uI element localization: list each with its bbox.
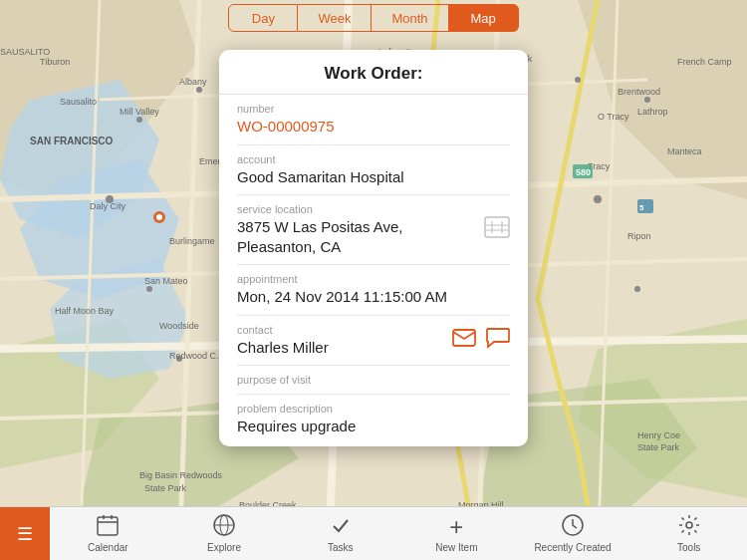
- svg-text:State Park: State Park: [637, 442, 680, 452]
- explore-icon: [213, 514, 235, 539]
- svg-text:580: 580: [576, 167, 591, 177]
- svg-point-22: [594, 195, 602, 203]
- svg-text:Woodside: Woodside: [159, 321, 199, 331]
- contact-action-icons: [452, 327, 510, 354]
- map-link-icon[interactable]: [484, 216, 510, 244]
- svg-text:SAN FRANCISCO: SAN FRANCISCO: [30, 136, 114, 146]
- appointment-value: Mon, 24 Nov 2014 11:15:00 AM: [237, 287, 510, 307]
- message-icon[interactable]: [486, 327, 510, 354]
- top-tab-bar: Day Week Month Map: [0, 0, 747, 34]
- problem-value: Requires upgrade: [237, 417, 510, 436]
- tools-label: Tools: [677, 542, 700, 553]
- calendar-icon: [97, 514, 119, 539]
- svg-text:Burlingame: Burlingame: [169, 236, 215, 246]
- tab-week[interactable]: Week: [298, 4, 372, 32]
- tab-new-item[interactable]: + New Item: [398, 507, 515, 560]
- new-item-label: New Item: [435, 542, 477, 553]
- contact-value: Charles Miller: [237, 338, 452, 358]
- appointment-field: appointment Mon, 24 Nov 2014 11:15:00 AM: [219, 265, 528, 307]
- svg-point-11: [136, 117, 142, 123]
- tab-map[interactable]: Map: [449, 4, 519, 32]
- tools-icon: [678, 514, 700, 539]
- tasks-icon: [330, 514, 352, 539]
- recently-created-label: Recently Created: [534, 542, 611, 553]
- service-location-label: service location: [237, 203, 476, 215]
- account-value: Good Samaritan Hospital: [237, 167, 510, 187]
- svg-point-65: [156, 214, 162, 220]
- svg-text:Sausalito: Sausalito: [60, 97, 97, 107]
- account-label: account: [237, 153, 510, 165]
- problem-label: problem description: [237, 403, 510, 415]
- svg-text:Ripon: Ripon: [627, 231, 651, 241]
- svg-point-23: [634, 286, 640, 292]
- svg-text:State Park: State Park: [144, 483, 187, 493]
- svg-point-20: [146, 286, 152, 292]
- contact-row: contact Charles Miller: [219, 316, 528, 358]
- tab-day[interactable]: Day: [228, 4, 298, 32]
- contact-label: contact: [237, 324, 452, 336]
- svg-text:Tiburon: Tiburon: [40, 57, 70, 67]
- svg-point-76: [686, 522, 692, 528]
- svg-text:O Tracy: O Tracy: [598, 112, 629, 122]
- work-order-modal: Work Order: number WO-00000975 account G…: [219, 50, 528, 446]
- svg-rect-66: [485, 217, 509, 237]
- problem-field: problem description Requires upgrade: [219, 395, 528, 436]
- svg-text:Albany: Albany: [179, 77, 207, 87]
- number-field: number WO-00000975: [219, 95, 528, 137]
- svg-text:Manteca: Manteca: [667, 146, 702, 156]
- recently-created-icon: [562, 514, 584, 539]
- svg-text:Brentwood: Brentwood: [618, 87, 660, 97]
- svg-text:SAUSALITO: SAUSALITO: [0, 47, 50, 57]
- svg-text:San Mateo: San Mateo: [144, 276, 188, 286]
- tab-calendar[interactable]: Calendar: [50, 507, 166, 560]
- svg-text:Redwood C...: Redwood C...: [169, 351, 224, 361]
- tab-month[interactable]: Month: [372, 4, 448, 32]
- svg-text:Lathrop: Lathrop: [637, 107, 668, 117]
- svg-point-17: [575, 77, 581, 83]
- tab-tools[interactable]: Tools: [630, 507, 747, 560]
- svg-text:French Camp: French Camp: [677, 57, 732, 67]
- tab-explore[interactable]: Explore: [166, 507, 283, 560]
- email-icon[interactable]: [452, 329, 476, 352]
- number-value[interactable]: WO-00000975: [237, 117, 510, 137]
- svg-text:Henry Coe: Henry Coe: [637, 430, 680, 440]
- svg-text:Big Basin Redwoods: Big Basin Redwoods: [139, 470, 223, 480]
- explore-label: Explore: [207, 542, 241, 553]
- svg-text:Daly City: Daly City: [90, 201, 126, 211]
- tasks-label: Tasks: [328, 542, 354, 553]
- service-location-row: service location 3875 W Las Positas Ave,…: [219, 195, 528, 256]
- purpose-label: purpose of visit: [237, 374, 510, 386]
- svg-point-12: [196, 87, 202, 93]
- bottom-tab-bar: ☰ Calendar Explore Tasks: [0, 506, 747, 560]
- purpose-field: purpose of visit: [219, 366, 528, 386]
- menu-icon: ☰: [17, 525, 33, 543]
- modal-title: Work Order:: [219, 50, 528, 95]
- svg-text:5: 5: [639, 203, 644, 212]
- calendar-label: Calendar: [88, 542, 128, 553]
- service-location-value: 3875 W Las Positas Ave, Pleasanton, CA: [237, 217, 476, 256]
- tab-tasks[interactable]: Tasks: [282, 507, 398, 560]
- appointment-label: appointment: [237, 273, 510, 285]
- number-label: number: [237, 103, 510, 115]
- svg-text:Half Moon Bay: Half Moon Bay: [55, 306, 115, 316]
- tab-recently-created[interactable]: Recently Created: [515, 507, 631, 560]
- svg-text:Mill Valley: Mill Valley: [120, 107, 159, 117]
- svg-point-18: [644, 97, 650, 103]
- new-item-icon: +: [449, 515, 463, 539]
- tab-menu[interactable]: ☰: [0, 507, 50, 560]
- svg-rect-68: [98, 517, 118, 535]
- account-field: account Good Samaritan Hospital: [219, 145, 528, 187]
